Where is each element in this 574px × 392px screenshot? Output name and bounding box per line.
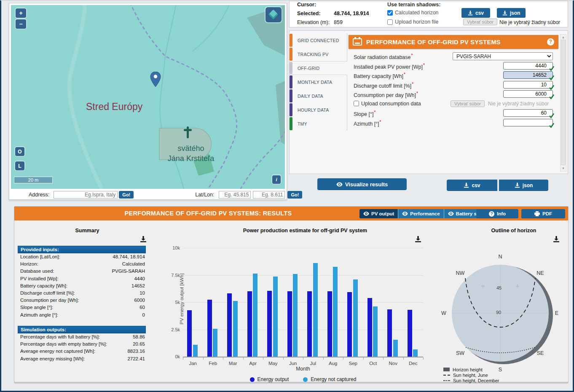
tab-tracking-pv[interactable]: TRACKING PV <box>290 47 347 61</box>
results-info-button[interactable]: ? Info <box>476 209 518 218</box>
summary-row: Horizon:Calculated <box>18 260 146 268</box>
scrollbar-up-icon[interactable]: ▲ <box>561 35 566 39</box>
map-zoom-out-button[interactable]: − <box>16 19 26 29</box>
address-input[interactable] <box>54 191 118 199</box>
chart-bar-output <box>367 298 372 357</box>
legend-dot <box>303 377 308 382</box>
scrollbar-thumb[interactable] <box>561 40 566 165</box>
chart-xtickmark <box>363 357 364 360</box>
scrollbar-down-icon[interactable]: ▼ <box>561 166 566 170</box>
chart-xtick: May <box>263 361 283 366</box>
map-zoom-in-button[interactable]: + <box>16 8 26 18</box>
summary-row: Percentage days with empty battery [%]:2… <box>18 341 146 348</box>
visualize-results-button[interactable]: Visualize results <box>317 178 407 190</box>
horizon-file-note: Nie je vybratý žiadny súbor <box>499 19 560 25</box>
map-overlay-l-button[interactable]: L <box>15 161 24 170</box>
chart-xtickmark <box>303 357 303 360</box>
svg-text:W: W <box>441 310 446 316</box>
horizon-download-icon[interactable] <box>553 236 560 242</box>
chart-bar-output <box>247 291 252 357</box>
summary-row-label: Average energy not captured [Wh]: <box>20 349 95 354</box>
summary-row-value: 4440 <box>134 276 145 282</box>
form-field-label: Installed peak PV power [Wp]* <box>354 63 425 70</box>
latlon-go-button[interactable]: Go! <box>287 191 302 199</box>
database-select[interactable]: PVGIS-SARAH <box>453 52 553 60</box>
summary-download-icon[interactable] <box>140 236 147 242</box>
summary-row-label: Average energy missing [Wh]: <box>20 356 85 362</box>
horizon-csv-button[interactable]: csv <box>461 8 490 18</box>
tab-hourly-data[interactable]: HOURLY DATA <box>290 103 347 117</box>
chart-bar-output <box>387 309 392 357</box>
results-json-button[interactable]: json <box>499 180 548 191</box>
horizon-file-button[interactable]: Vybrať súbor <box>463 19 497 25</box>
horizon-legend-row: Horizon height <box>443 367 499 372</box>
lat-input[interactable] <box>219 191 251 199</box>
form-input-azimuth-[interactable] <box>503 119 553 126</box>
form-input-discharge-cutoff-limit-[interactable] <box>503 81 553 89</box>
tab-label: HOURLY DATA <box>298 107 329 113</box>
help-icon[interactable]: ? <box>547 38 554 46</box>
chart-xtickmark <box>343 357 343 360</box>
chart-bar-output <box>227 293 232 357</box>
horizon-legend-mark <box>443 380 450 381</box>
results-csv-button[interactable]: csv <box>447 180 497 191</box>
results-pdf-button[interactable]: PDF <box>521 209 565 218</box>
form-field-label: Slope [°]* <box>354 110 376 117</box>
tab-daily-data[interactable]: DAILY DATA <box>290 89 347 103</box>
tab-tmy[interactable]: TMY <box>290 117 347 131</box>
svg-text:NW: NW <box>456 270 465 276</box>
horizon-legend-row: Sun height, December <box>443 378 499 383</box>
tab-monthly-data[interactable]: MONTHLY DATA <box>290 75 347 89</box>
summary-row-label: Database used: <box>20 268 54 274</box>
map-viewport[interactable]: + − O L 20 m i Stred Európy svätéhoJána … <box>11 5 285 189</box>
form-input-consumption-per-day-wh-[interactable] <box>503 90 553 98</box>
upload-consumption-text: Upload consumption data <box>361 101 421 107</box>
form-scrollbar[interactable]: ▲ ▼ <box>560 34 566 172</box>
legend-label: Energy not captured <box>311 376 356 382</box>
upload-horizon-checkbox[interactable]: Upload horizon file <box>387 19 439 25</box>
summary-section-header: Simulation outputs: <box>18 326 146 333</box>
chart-xtick: Mar <box>223 361 243 366</box>
chart-bar-output <box>187 310 192 357</box>
address-go-button[interactable]: Go! <box>119 191 134 199</box>
chart-bar-not-captured <box>233 301 238 357</box>
form-input-slope-[interactable] <box>503 109 553 117</box>
map-info-button[interactable]: i <box>272 175 281 184</box>
chart-bar-output <box>408 310 412 357</box>
horizon-json-button[interactable]: json <box>497 8 526 18</box>
tab-off-grid[interactable]: OFF-GRID <box>290 61 347 75</box>
chart-gridline <box>183 302 423 303</box>
tab-label: OFF-GRID <box>298 66 319 71</box>
summary-row-value: 10 <box>139 290 145 296</box>
calculated-horizon-checkbox[interactable]: Calculated horizon <box>387 10 439 16</box>
form-title: PERFORMANCE OF OFF-GRID PV SYSTEMS <box>366 39 501 46</box>
chart-xtick: Apr <box>243 361 263 366</box>
chart-bar-output <box>287 291 292 357</box>
upload-consumption-checkbox[interactable]: Upload consumption data <box>354 101 421 107</box>
chart-download-icon[interactable] <box>415 236 421 242</box>
chart-xtick: Nov <box>383 361 403 366</box>
map-overlay-o-button[interactable]: O <box>15 147 24 156</box>
tab-color-bar <box>290 34 292 47</box>
form-input-installed-peak-pv-power-wp-[interactable] <box>503 62 553 70</box>
church-cross-icon <box>183 126 192 138</box>
summary-row-label: Discharge cutoff limit [%]: <box>20 290 75 296</box>
form-row-consumption-per-day-wh-: Consumption per day [Wh]* <box>354 90 553 99</box>
view-button-pv-output[interactable]: PV output <box>359 209 398 218</box>
upload-horizon-input[interactable] <box>387 19 393 25</box>
view-button-performance[interactable]: Performance <box>398 209 444 218</box>
svg-text:45: 45 <box>496 285 502 290</box>
calculated-horizon-input[interactable] <box>387 10 393 16</box>
tab-label: MONTHLY DATA <box>298 80 332 85</box>
consumption-file-button[interactable]: Vybrať súbor <box>451 100 485 107</box>
map-layers-icon[interactable] <box>266 7 282 22</box>
calculated-horizon-text: Calculated horizon <box>395 10 439 16</box>
chart-xtick: Jan <box>183 361 203 366</box>
results-view-buttons: PV outputPerformanceBattery state <box>359 209 489 218</box>
form-input-battery-capacity-wh-[interactable] <box>503 71 553 79</box>
tab-grid-connected[interactable]: GRID CONNECTED <box>290 33 347 47</box>
chart-bar-not-captured <box>353 279 358 357</box>
lon-input[interactable] <box>253 191 285 199</box>
chart-xlabel: Month <box>183 366 423 372</box>
upload-consumption-input[interactable] <box>354 101 359 106</box>
